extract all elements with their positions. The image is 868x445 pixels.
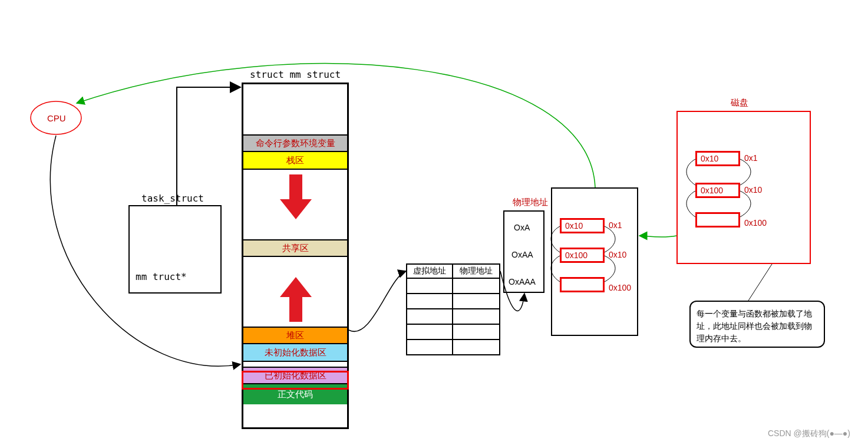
seg-stack: 栈区 — [243, 152, 347, 170]
pt-row — [453, 294, 500, 309]
stack-gap — [243, 170, 347, 239]
pt-row — [453, 309, 500, 325]
disk-side-0: 0x1 — [744, 153, 758, 163]
pt-header-virt: 虚拟地址 — [406, 263, 453, 279]
seg-heap: 堆区 — [243, 327, 347, 344]
page-table: 虚拟地址 物理地址 — [406, 263, 500, 355]
arrow-disk-to-mem — [639, 236, 676, 237]
arrow-task-to-mm — [177, 87, 240, 205]
seg-shared: 共享区 — [243, 239, 347, 257]
disk-side-1: 0x10 — [744, 185, 762, 195]
annotation-text: 每一个变量与函数都被加载了地址，此地址同样也会被加载到物理内存中去。 — [697, 308, 818, 345]
pt-header-phys: 物理地址 — [453, 263, 500, 279]
mem-side-2: 0x100 — [609, 283, 631, 292]
pt-row — [453, 279, 500, 294]
arrow-mm-to-pt — [349, 271, 406, 331]
mem-box-2 — [560, 277, 605, 292]
pt-row — [406, 294, 453, 309]
mem-box-1: 0x100 — [560, 248, 605, 263]
seg-bss: 未初始化数据区 — [243, 344, 347, 362]
annotation-bubble: 每一个变量与函数都被加载了地址，此地址同样也会被加载到物理内存中去。 — [689, 301, 825, 348]
annotation-pointer — [748, 264, 772, 301]
cpu-label: CPU — [47, 113, 66, 123]
mem-side-1: 0x10 — [609, 250, 626, 259]
pt-row — [406, 279, 453, 294]
svg-marker-1 — [280, 174, 312, 219]
pt-row — [406, 309, 453, 325]
seg-env: 命令行参数环境变量 — [243, 134, 347, 152]
disk-box-0: 0x10 — [695, 151, 740, 166]
phys-entry-1: OxAA — [511, 250, 533, 259]
mem-box-0: 0x10 — [560, 218, 605, 233]
mem-side-0: 0x1 — [609, 220, 622, 230]
disk-side-2: 0x100 — [744, 218, 767, 228]
pt-row — [406, 325, 453, 340]
heap-gap — [243, 257, 347, 327]
pt-row — [453, 340, 500, 355]
task-struct-field: mm truct* — [136, 271, 187, 282]
phys-entry-0: OxA — [514, 223, 530, 232]
disk-title: 磁盘 — [731, 97, 748, 108]
mm-struct-title: struct mm struct — [250, 69, 341, 80]
disk-box-1: 0x100 — [695, 183, 740, 198]
red-highlight-box — [242, 371, 349, 390]
task-struct-title: task_struct — [141, 193, 204, 204]
pt-row — [406, 340, 453, 355]
disk-box-2 — [695, 212, 740, 228]
svg-marker-2 — [280, 277, 312, 322]
phys-entry-2: OxAAA — [509, 277, 536, 286]
phys-title: 物理地址 — [513, 197, 548, 208]
watermark: CSDN @搬砖狗(●—●) — [768, 428, 850, 439]
pt-row — [453, 325, 500, 340]
